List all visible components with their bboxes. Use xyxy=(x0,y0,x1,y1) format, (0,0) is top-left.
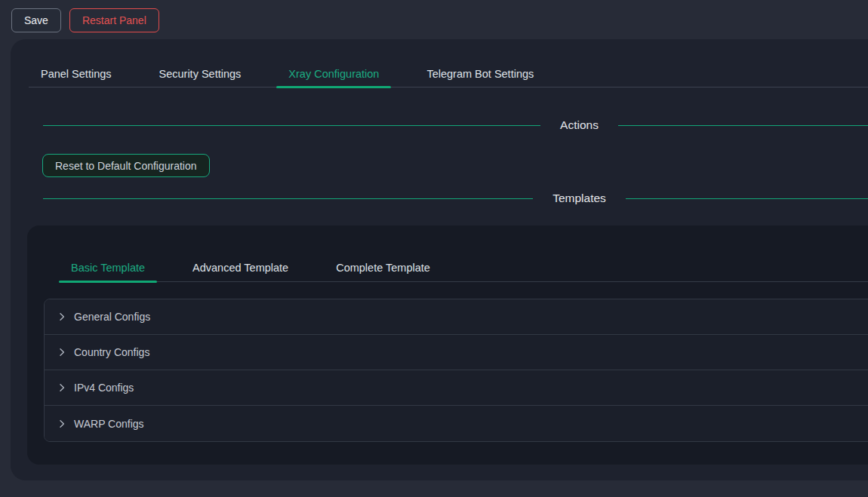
collapse-header-warp-configs[interactable]: WARP Configs xyxy=(45,406,868,441)
collapse-header-country-configs[interactable]: Country Configs xyxy=(45,335,868,370)
chevron-right-icon xyxy=(57,348,66,357)
chevron-right-icon xyxy=(57,383,66,392)
collapse-header-label: WARP Configs xyxy=(74,418,144,430)
chevron-right-icon xyxy=(57,419,66,428)
collapse-header-label: General Configs xyxy=(74,311,150,323)
actions-divider: Actions xyxy=(43,116,868,134)
templates-divider-label: Templates xyxy=(533,192,626,205)
collapse-header-general-configs[interactable]: General Configs xyxy=(45,299,868,335)
divider-line-right xyxy=(626,198,868,199)
chevron-right-icon xyxy=(57,312,66,321)
settings-card: Panel Settings Security Settings Xray Co… xyxy=(11,39,868,480)
divider-line-left xyxy=(43,198,533,199)
reset-default-configuration-button[interactable]: Reset to Default Configuration xyxy=(42,154,210,177)
actions-divider-label: Actions xyxy=(540,118,618,132)
tab-advanced-template[interactable]: Advanced Template xyxy=(180,253,300,281)
tab-xray-configuration[interactable]: Xray Configuration xyxy=(276,59,391,87)
active-tab-ink-bar xyxy=(276,86,391,88)
divider-line-left xyxy=(43,125,540,126)
topbar: Save Restart Panel xyxy=(11,8,159,32)
page: Save Restart Panel Panel Settings Securi… xyxy=(0,0,868,497)
collapse-header-label: Country Configs xyxy=(74,346,149,358)
restart-panel-button[interactable]: Restart Panel xyxy=(69,8,159,32)
tab-xray-configuration-label: Xray Configuration xyxy=(288,68,379,80)
template-tabbar: Basic Template Advanced Template Complet… xyxy=(59,225,868,282)
tab-basic-template[interactable]: Basic Template xyxy=(59,253,157,281)
templates-card: Basic Template Advanced Template Complet… xyxy=(27,225,868,465)
main-tabbar: Panel Settings Security Settings Xray Co… xyxy=(29,39,868,87)
tab-basic-template-label: Basic Template xyxy=(71,262,145,274)
configs-collapse-list: General Configs Country Configs IPv4 Con… xyxy=(44,299,868,442)
collapse-header-ipv4-configs[interactable]: IPv4 Configs xyxy=(45,370,868,406)
tab-security-settings[interactable]: Security Settings xyxy=(147,59,254,87)
save-button[interactable]: Save xyxy=(11,8,61,32)
collapse-header-label: IPv4 Configs xyxy=(74,382,134,394)
tab-panel-settings[interactable]: Panel Settings xyxy=(29,59,124,87)
tab-complete-template[interactable]: Complete Template xyxy=(324,253,442,281)
divider-line-right xyxy=(618,125,868,126)
tab-telegram-bot-settings[interactable]: Telegram Bot Settings xyxy=(414,59,546,87)
active-tab-ink-bar xyxy=(59,281,157,283)
templates-divider: Templates xyxy=(43,189,868,207)
